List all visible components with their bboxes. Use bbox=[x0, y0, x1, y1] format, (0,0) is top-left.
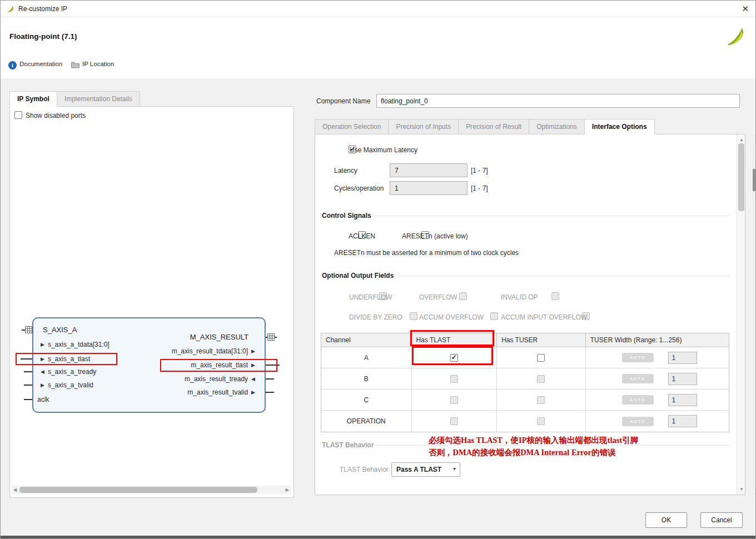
divide-by-zero-checkbox bbox=[410, 312, 417, 320]
row-b-has-tuser-checkbox bbox=[537, 375, 545, 383]
port-m-axis-result-tready: m_axis_result_tready ◀ bbox=[185, 375, 255, 383]
port-stub bbox=[24, 371, 32, 372]
tlast-behavior-label: TLAST Behavior bbox=[340, 466, 389, 473]
port-label: s_axis_a_tvalid bbox=[48, 381, 93, 389]
row-a-has-tuser-checkbox[interactable] bbox=[537, 354, 545, 362]
port-label: m_axis_result_tdata[31:0] bbox=[172, 347, 248, 355]
row-a-has-tlast-checkbox[interactable] bbox=[450, 354, 458, 362]
port-label: m_axis_result_tvalid bbox=[187, 388, 248, 396]
row-b-has-tlast-checkbox bbox=[450, 375, 458, 383]
section-rule bbox=[374, 216, 730, 216]
row-operation-has-tlast-checkbox bbox=[450, 417, 458, 425]
options-vertical-scrollbar[interactable]: ▲ ▼ bbox=[737, 134, 745, 495]
auto-toggle: AUTO bbox=[622, 417, 654, 426]
channel-name: C bbox=[321, 390, 412, 410]
tuser-width-input[interactable]: 1 bbox=[668, 352, 697, 364]
col-has-tuser: Has TUSER bbox=[497, 333, 586, 347]
cycles-operation-range: [1 - 7] bbox=[471, 184, 488, 192]
port-label: m_axis_result_tlast bbox=[191, 361, 248, 369]
port-label: m_axis_result_tready bbox=[185, 375, 248, 383]
port-stub bbox=[24, 385, 32, 386]
channel-row-operation: OPERATION AUTO 1 bbox=[321, 411, 729, 432]
tab-optimizations[interactable]: Optimizations bbox=[529, 119, 585, 134]
ok-button[interactable]: OK bbox=[645, 512, 687, 528]
port-label: s_axis_a_tready bbox=[48, 368, 96, 376]
auto-toggle: AUTO bbox=[622, 395, 654, 405]
app-flame-icon bbox=[6, 4, 15, 13]
show-disabled-ports-checkbox[interactable] bbox=[14, 111, 22, 119]
xilinx-logo-icon bbox=[725, 26, 747, 47]
annotation-line-2: 否则，DMA的接收端会报DMA Internal Error的错误 bbox=[429, 447, 615, 458]
port-out-arrow-icon: ▶ bbox=[251, 362, 255, 368]
show-disabled-ports-label: Show disabled ports bbox=[26, 112, 86, 119]
scroll-down-icon[interactable]: ▼ bbox=[739, 485, 744, 493]
port-s-axis-a-tready: ◀ s_axis_a_tready bbox=[41, 367, 96, 376]
symbol-horizontal-scrollbar[interactable]: ◀ ▶ bbox=[12, 486, 291, 494]
window-bottom-edge bbox=[1, 536, 756, 538]
row-operation-has-tuser-checkbox bbox=[537, 417, 545, 425]
cycles-operation-input[interactable]: 1 bbox=[390, 181, 467, 195]
port-stub bbox=[266, 378, 274, 380]
m-axis-result-interface-label: M_AXIS_RESULT bbox=[190, 333, 248, 341]
col-tuser-width: TUSER Width (Range: 1...256) bbox=[586, 333, 729, 347]
auto-toggle: AUTO bbox=[622, 374, 654, 383]
channel-row-b: B AUTO 1 bbox=[321, 368, 729, 390]
window-title: Re-customize IP bbox=[18, 5, 67, 13]
port-stub bbox=[21, 358, 32, 360]
close-icon[interactable]: ✕ bbox=[742, 4, 749, 14]
window-scrollbar[interactable] bbox=[753, 134, 755, 495]
tab-operation-selection[interactable]: Operation Selection bbox=[315, 119, 389, 134]
tab-interface-options[interactable]: Interface Options bbox=[585, 119, 655, 134]
port-stub bbox=[266, 392, 274, 393]
component-name-input[interactable] bbox=[376, 94, 740, 108]
row-c-has-tlast-checkbox bbox=[450, 396, 458, 404]
divide-by-zero-label: DIVIDE BY ZERO bbox=[349, 313, 402, 321]
port-out-arrow-icon: ◀ bbox=[41, 369, 44, 375]
scroll-right-icon[interactable]: ▶ bbox=[286, 486, 289, 494]
documentation-link[interactable]: Documentation bbox=[19, 61, 62, 71]
ip-symbol-panel bbox=[9, 106, 294, 498]
tuser-width-input[interactable]: 1 bbox=[668, 415, 697, 427]
port-stub bbox=[266, 365, 280, 366]
col-channel: Channel bbox=[321, 333, 412, 347]
tuser-width-input[interactable]: 1 bbox=[668, 394, 697, 406]
port-stub bbox=[24, 399, 32, 400]
port-s-axis-a-tlast: ▶ s_axis_a_tlast bbox=[41, 355, 90, 363]
interface-grid-icon bbox=[267, 333, 275, 341]
scrollbar-thumb[interactable] bbox=[738, 143, 744, 211]
port-label: s_axis_a_tlast bbox=[48, 355, 90, 363]
channel-table-header: Channel Has TLAST Has TUSER TUSER Width … bbox=[321, 333, 729, 347]
overflow-label: OVERFLOW bbox=[419, 293, 457, 301]
ip-location-link[interactable]: IP Location bbox=[82, 61, 114, 71]
scroll-left-icon[interactable]: ◀ bbox=[13, 486, 17, 494]
tab-ip-symbol[interactable]: IP Symbol bbox=[9, 91, 57, 107]
scrollbar-thumb[interactable] bbox=[19, 487, 257, 493]
tab-implementation-details[interactable]: Implementation Details bbox=[57, 91, 140, 107]
channel-name: B bbox=[321, 368, 412, 389]
tuser-width-input[interactable]: 1 bbox=[668, 373, 697, 385]
tab-precision-of-result[interactable]: Precision of Result bbox=[459, 119, 529, 134]
port-out-arrow-icon: ▶ bbox=[251, 348, 255, 354]
chevron-down-icon: ▾ bbox=[453, 466, 456, 472]
aresetn-note: ARESETn must be asserted for a minimum o… bbox=[334, 249, 519, 257]
invalid-op-checkbox bbox=[551, 292, 559, 300]
latency-range: [1 - 7] bbox=[471, 167, 488, 174]
tlast-behavior-select[interactable]: Pass A TLAST ▾ bbox=[391, 462, 460, 477]
latency-input[interactable]: 7 bbox=[390, 163, 467, 177]
auto-toggle: AUTO bbox=[622, 353, 654, 362]
titlebar: Re-customize IP ✕ bbox=[1, 1, 756, 17]
channel-row-a: A AUTO 1 bbox=[321, 347, 729, 368]
scrollbar-thumb[interactable] bbox=[753, 169, 755, 191]
tab-precision-of-inputs[interactable]: Precision of Inputs bbox=[389, 119, 459, 134]
overflow-checkbox bbox=[459, 292, 467, 300]
port-m-axis-result-tlast: m_axis_result_tlast ▶ bbox=[191, 361, 255, 370]
port-in-arrow-icon: ▶ bbox=[41, 356, 44, 362]
scroll-up-icon[interactable]: ▲ bbox=[739, 136, 744, 144]
invalid-op-label: INVALID OP bbox=[501, 293, 538, 301]
tlast-behavior-value: Pass A TLAST bbox=[396, 466, 441, 473]
port-label: aclk bbox=[37, 396, 49, 403]
folder-icon bbox=[71, 62, 79, 68]
channel-name: OPERATION bbox=[321, 411, 412, 432]
cancel-button[interactable]: Cancel bbox=[700, 512, 743, 528]
port-in-arrow-icon: ◀ bbox=[251, 376, 255, 382]
